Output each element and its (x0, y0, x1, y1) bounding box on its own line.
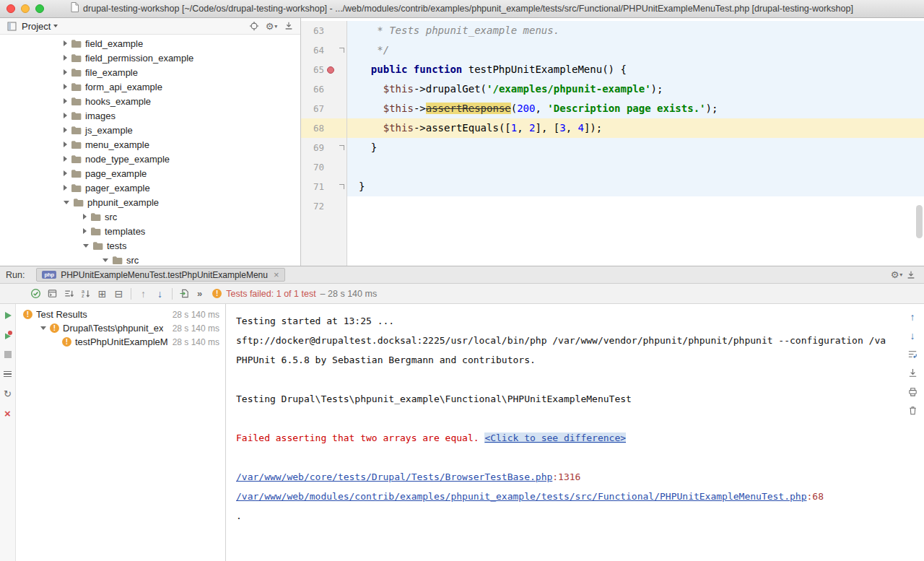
test-tree-item[interactable]: !testPhpUnitExampleM28 s 140 ms (16, 335, 225, 349)
project-tree-item[interactable]: templates (0, 224, 300, 238)
editor-scrollbar[interactable] (915, 18, 923, 266)
print-button[interactable] (906, 386, 919, 398)
chevron-right-icon[interactable] (64, 156, 67, 162)
chevron-right-icon[interactable] (64, 113, 67, 118)
chevron-right-icon[interactable] (64, 142, 67, 147)
file-link[interactable]: /var/www/web/core/tests/Drupal/Tests/Bro… (236, 471, 552, 482)
project-tree-item[interactable]: pager_example (0, 181, 300, 195)
editor-line[interactable]: 63 * Tests phpunit_example menus. (301, 21, 924, 40)
minimize-window-button[interactable] (21, 4, 30, 13)
chevron-right-icon[interactable] (64, 127, 67, 133)
more-actions-icon[interactable]: » (197, 288, 202, 299)
previous-failed-test-button[interactable]: ↑ (135, 286, 152, 302)
project-tree-item[interactable]: node_type_example (0, 152, 300, 166)
project-tree-item[interactable]: src (0, 253, 300, 266)
toggle-auto-test-button[interactable]: ↻ (2, 388, 14, 399)
chevron-right-icon[interactable] (64, 55, 67, 61)
editor-line[interactable]: 66 $this->drupalGet('/examples/phpunit-e… (301, 79, 924, 99)
run-settings-gear-icon[interactable]: ⚙▾ (889, 269, 904, 282)
chevron-right-icon[interactable] (64, 40, 67, 46)
project-tree-item[interactable]: tests (0, 238, 300, 253)
hide-run-panel-icon[interactable] (904, 269, 918, 282)
test-tree-item[interactable]: !Drupal\Tests\phpunit_ex28 s 140 ms (16, 321, 225, 335)
editor[interactable]: 63 * Tests phpunit_example menus.64 */65… (301, 18, 924, 266)
down-stack-trace-button[interactable]: ↓ (906, 329, 919, 342)
code-text[interactable]: $this->drupalGet('/examples/phpunit-exam… (347, 79, 924, 99)
editor-line[interactable]: 68 $this->assertEquals([1, 2], [3, 4]); (301, 118, 924, 138)
project-tree-item[interactable]: page_example (0, 166, 300, 181)
console[interactable]: Testing started at 13:25 ...sftp://docke… (226, 304, 924, 561)
sort-by-duration-button[interactable] (61, 286, 77, 302)
code-text[interactable]: * Tests phpunit_example menus. (347, 21, 924, 40)
file-link[interactable]: /var/www/web/modules/contrib/examples/ph… (236, 491, 807, 502)
chevron-down-icon[interactable] (53, 25, 58, 27)
hide-panel-icon[interactable] (282, 19, 296, 32)
fold-marker-icon[interactable] (339, 145, 344, 150)
project-tree-item[interactable]: field_example (0, 36, 300, 51)
chevron-down-icon[interactable] (64, 201, 69, 204)
editor-line[interactable]: 72 (301, 196, 924, 216)
import-test-results-button[interactable] (176, 286, 193, 302)
zoom-window-button[interactable] (35, 4, 44, 13)
editor-line[interactable]: 70 (301, 157, 924, 177)
code-text[interactable]: */ (347, 40, 924, 60)
project-tree-item[interactable]: src (0, 209, 300, 224)
code-text[interactable]: $this->assertEquals([1, 2], [3, 4]); (347, 118, 924, 138)
editor-line[interactable]: 71} (301, 177, 924, 196)
line-number-ref[interactable]: :1316 (552, 471, 580, 482)
scroll-to-end-button[interactable] (906, 367, 919, 379)
code-text[interactable]: public function testPhpUnitExampleMenu()… (347, 60, 924, 79)
rerun-failed-tests-button[interactable] (2, 329, 14, 341)
show-output-button[interactable] (44, 286, 61, 302)
gear-icon[interactable]: ⚙▾ (264, 19, 279, 32)
line-number-ref[interactable]: :68 (807, 491, 824, 502)
chevron-right-icon[interactable] (64, 98, 67, 104)
clear-console-button[interactable] (906, 404, 919, 417)
scrollbar-thumb[interactable] (916, 205, 923, 238)
code-text[interactable]: $this->assertResponse(200, 'Description … (347, 99, 924, 118)
stop-button[interactable] (2, 349, 14, 360)
next-failed-test-button[interactable]: ↓ (152, 286, 168, 302)
fold-marker-icon[interactable] (339, 184, 344, 189)
chevron-down-icon[interactable] (103, 258, 108, 262)
project-tree-item[interactable]: js_example (0, 123, 300, 137)
editor-line[interactable]: 69 } (301, 138, 924, 157)
code-text[interactable] (347, 157, 924, 177)
chevron-right-icon[interactable] (64, 69, 67, 75)
editor-line[interactable]: 64 */ (301, 40, 924, 60)
editor-line[interactable]: 67 $this->assertResponse(200, 'Descripti… (301, 99, 924, 118)
soft-wrap-button[interactable] (906, 348, 919, 360)
fold-marker-icon[interactable] (339, 48, 344, 53)
close-run-panel-button[interactable]: × (2, 407, 14, 419)
sort-alphabetically-button[interactable]: az (77, 286, 94, 302)
project-tree-item[interactable]: menu_example (0, 137, 300, 152)
project-tree-item[interactable]: field_permission_example (0, 51, 300, 65)
locate-file-icon[interactable] (247, 19, 261, 32)
chevron-right-icon[interactable] (83, 214, 87, 219)
project-tree-item[interactable]: file_example (0, 65, 300, 79)
chevron-down-icon[interactable] (40, 326, 46, 330)
show-passed-button[interactable] (27, 286, 44, 302)
test-history-button[interactable] (2, 368, 14, 380)
project-tree-item[interactable]: hooks_example (0, 94, 300, 108)
test-tree-item[interactable]: !Test Results28 s 140 ms (16, 308, 225, 321)
rerun-button[interactable] (2, 310, 14, 321)
test-marker-icon[interactable] (327, 66, 334, 74)
code-text[interactable]: } (347, 138, 924, 157)
chevron-right-icon[interactable] (64, 170, 67, 176)
collapse-all-button[interactable]: ⊟ (110, 286, 127, 302)
up-stack-trace-button[interactable]: ↑ (906, 310, 919, 323)
project-tree-item[interactable]: form_api_example (0, 79, 300, 94)
close-tab-icon[interactable]: × (274, 270, 279, 279)
project-tree-item[interactable]: images (0, 108, 300, 123)
chevron-down-icon[interactable] (83, 244, 89, 248)
code-text[interactable] (347, 196, 924, 216)
chevron-right-icon[interactable] (64, 84, 67, 90)
close-window-button[interactable] (6, 4, 15, 13)
project-tree-item[interactable]: phpunit_example (0, 195, 300, 209)
diff-link[interactable]: <Click to see difference> (484, 432, 626, 443)
chevron-right-icon[interactable] (83, 228, 87, 234)
chevron-right-icon[interactable] (64, 185, 67, 191)
code-text[interactable]: } (347, 177, 924, 196)
run-tab[interactable]: php PHPUnitExampleMenuTest.testPhpUnitEx… (36, 268, 284, 282)
